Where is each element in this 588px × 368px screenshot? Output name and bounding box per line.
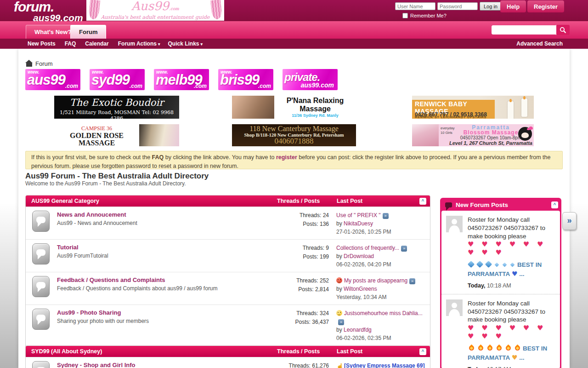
- search-input[interactable]: [492, 25, 556, 34]
- last-post-cell: Collections of frequently...» by DrDownl…: [336, 243, 426, 269]
- ad-renwick-massage[interactable]: RENWICK BABY MASSAGE RENWICK ST LEICHHAR…: [412, 96, 534, 119]
- banner-bris99[interactable]: www. bris99 .com: [218, 69, 273, 90]
- last-post-user[interactable]: DrDownload: [344, 253, 374, 259]
- last-post-date: 06-02-2026, 02:35 PM: [336, 334, 426, 342]
- goto-post-icon[interactable]: »: [338, 319, 344, 325]
- site-logo[interactable]: forum. aus99.com: [14, 0, 83, 23]
- post-title: Roster for Monday call 0450723267 045073…: [468, 300, 545, 323]
- threads-posts-stats: Threads: 324Posts: 36,437: [275, 308, 336, 342]
- nav-faq[interactable]: FAQ: [65, 40, 78, 47]
- register-button[interactable]: Register: [527, 0, 564, 12]
- last-post-link[interactable]: My posts are disappearng: [344, 277, 407, 284]
- nav-forum-actions[interactable]: Forum Actions▾: [118, 40, 160, 47]
- password-input[interactable]: [437, 2, 478, 10]
- heart-emoji: ♥: [512, 270, 518, 277]
- banner-aus99[interactable]: www. aus99 .com: [25, 69, 80, 90]
- register-link[interactable]: register: [276, 154, 297, 161]
- category-name[interactable]: SYD99 (All About Sydney): [31, 348, 277, 355]
- threads-posts-stats: Threads: 61,276: [275, 361, 336, 368]
- forum-description: Feedback / Questions and Complaints abou…: [57, 285, 275, 292]
- forum-row: News and Annoucement Aus99 - News and An…: [26, 207, 430, 239]
- threads-posts-stats: Threads: 252Posts: 2,814: [275, 276, 336, 301]
- login-button[interactable]: Log in: [480, 2, 502, 11]
- caret-down-icon: ▾: [201, 42, 203, 46]
- last-post-link[interactable]: [Sydney Empress Massage 69]: [344, 362, 424, 368]
- remember-me-label: Remember Me?: [410, 13, 447, 18]
- advanced-search-link[interactable]: Advanced Search: [516, 39, 563, 49]
- column-last-post: Last Post: [332, 198, 419, 204]
- logo-line1: forum.: [14, 0, 83, 14]
- last-post-link[interactable]: Collections of frequently...: [336, 245, 399, 251]
- heart-emoji: ♥: [512, 354, 518, 361]
- category-name[interactable]: AUS99 General Category: [31, 198, 277, 204]
- ad-blossom-massage[interactable]: everyday 10 Girls Parramatta Blossom Mas…: [412, 124, 534, 146]
- aus99-header-banner[interactable]: Aus99.com Australia's best adult enterta…: [86, 0, 224, 21]
- ad-exotic-boudoir[interactable]: The Exotic Boudoir 1/521 Military Road, …: [54, 96, 179, 119]
- search-button[interactable]: [556, 25, 570, 35]
- ad-golden-rose-massage[interactable]: CAMPSIE 36 GOLDEN ROSE MASSAGE 36 NORTH …: [54, 124, 179, 146]
- threads-posts-stats: Threads: 9Posts: 199: [275, 243, 336, 269]
- forum-title-link[interactable]: News and Annoucement: [57, 211, 275, 218]
- column-last-post: Last Post: [332, 348, 419, 355]
- forum-speech-bubble-icon: [32, 276, 50, 297]
- last-post-user[interactable]: NikitaDuesy: [344, 220, 373, 227]
- forum-row: Sydney - Shop and Girl Info Talk about S…: [26, 357, 430, 368]
- last-post-cell: [Sydney Empress Massage 69] Nana (Vietna…: [336, 361, 426, 368]
- pnana-photo: [232, 96, 274, 119]
- banner-private-aus99[interactable]: private. aus99.com: [283, 69, 338, 90]
- category-header: AUS99 General Category Threads / Posts L…: [26, 196, 430, 207]
- category-aus99-general: AUS99 General Category Threads / Posts L…: [25, 195, 430, 368]
- remember-me-checkbox[interactable]: [402, 13, 408, 18]
- category-syd99: SYD99 (All About Sydney) Threads / Posts…: [25, 345, 430, 368]
- home-icon[interactable]: [26, 63, 32, 67]
- tab-bar: What's New? Forum: [0, 21, 588, 39]
- forum-speech-bubble-icon: [32, 211, 50, 232]
- new-forum-posts-widget: New Forum Posts ^ Roster for Monday call…: [440, 198, 561, 368]
- nav-new-posts[interactable]: New Posts: [28, 40, 57, 47]
- forum-title-link[interactable]: Sydney - Shop and Girl Info: [57, 362, 275, 368]
- heart-emojis: ♥ ♥ ♥ ♥ ♥ ♥ ♥ ♥ ♥: [468, 240, 556, 257]
- last-post-link[interactable]: Justsomehourhoe miss Dahlia...: [344, 310, 423, 316]
- faq-link[interactable]: FAQ: [152, 154, 164, 161]
- banner-syd99[interactable]: www. syd99 .com: [90, 69, 145, 90]
- tab-forum[interactable]: Forum: [70, 25, 106, 39]
- nav-calendar[interactable]: Calendar: [85, 40, 110, 47]
- avatar: [446, 216, 463, 232]
- last-post-link[interactable]: Use of " PREFIX ": [336, 212, 381, 218]
- nav-quick-links[interactable]: Quick Links▾: [168, 40, 203, 47]
- post-time: Today, 10:17 AM: [468, 366, 556, 368]
- angry-face-emoji: [336, 277, 342, 283]
- last-post-user[interactable]: Leonardfdg: [344, 327, 372, 333]
- goto-post-icon[interactable]: »: [383, 213, 389, 219]
- new-post-item[interactable]: Roster for Monday call 0450723267 045073…: [441, 294, 560, 368]
- threads-posts-stats: Threads: 24Posts: 136: [275, 210, 336, 236]
- collapse-button[interactable]: ^: [551, 201, 558, 208]
- goto-post-icon[interactable]: »: [409, 278, 415, 284]
- last-post-date: 27-01-2026, 10:25 PM: [336, 228, 426, 236]
- search-bar: [492, 25, 570, 35]
- widget-title: New Forum Posts: [456, 201, 551, 208]
- forum-title-link[interactable]: Feedback / Questions and Complaints: [57, 276, 275, 283]
- new-post-item[interactable]: Roster for Monday call 0450723267 045073…: [441, 211, 560, 294]
- breadcrumb-forum[interactable]: Forum: [35, 60, 53, 67]
- collapse-button[interactable]: ^: [419, 198, 426, 205]
- caret-down-icon: ▾: [158, 42, 160, 46]
- collapse-button[interactable]: ^: [419, 348, 426, 355]
- last-post-cell: My posts are disappearng» by WiltonGreen…: [336, 276, 426, 301]
- widget-slideout-button[interactable]: »: [562, 212, 577, 230]
- top-header-bar: forum. aus99.com Aus99.com Australia's b…: [0, 0, 588, 21]
- goto-post-icon[interactable]: »: [401, 246, 407, 252]
- forum-title-link[interactable]: Aus99 - Photo Sharing: [57, 309, 275, 316]
- banner-melb99[interactable]: www. melb99 .com: [154, 69, 209, 90]
- breadcrumb: Forum: [26, 60, 53, 67]
- remember-me: Remember Me?: [402, 13, 447, 18]
- ad-canterbury-massage[interactable]: 118 New Canterbury Massage Shop B/118-12…: [232, 124, 356, 146]
- last-post-user[interactable]: WiltonGreens: [344, 286, 377, 292]
- avatar: [446, 299, 463, 316]
- last-post-cell: Use of " PREFIX "» by NikitaDuesy 27-01-…: [336, 210, 426, 236]
- forum-title-link[interactable]: Tutorial: [57, 244, 275, 251]
- help-button[interactable]: Help: [500, 0, 526, 12]
- username-input[interactable]: [395, 2, 435, 10]
- column-threads-posts: Threads / Posts: [277, 198, 332, 204]
- ad-pnana-massage[interactable]: P'Nana Relaxing Massage 11/36 Sydney Rd.…: [232, 96, 356, 119]
